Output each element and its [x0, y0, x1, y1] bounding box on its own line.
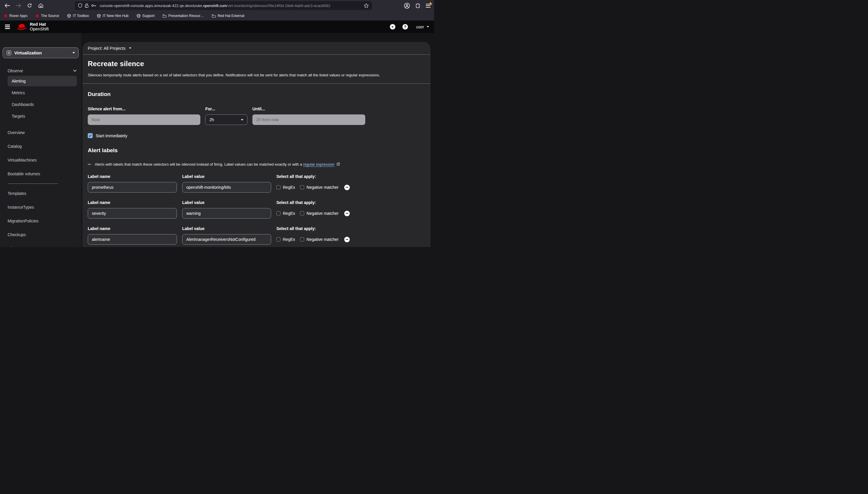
sidebar-item-label: MigrationPolicies	[7, 218, 39, 223]
label-value-input[interactable]: warning	[182, 208, 271, 218]
refresh-icon[interactable]	[26, 2, 33, 10]
until-value: 2h from now	[256, 117, 279, 122]
sidebar-item-alerting[interactable]: Alerting	[7, 76, 77, 86]
until-input[interactable]: 2h from now	[252, 114, 365, 125]
alert-labels-heading: Alert labels	[88, 147, 425, 154]
regex-label: RegEx	[283, 185, 295, 190]
bookmark-label: IT Toolbox	[73, 14, 89, 18]
negative-matcher-checkbox[interactable]	[300, 211, 304, 215]
masthead: Red Hat OpenShift + ? user	[0, 20, 434, 33]
bookmark-support[interactable]: Support	[137, 14, 155, 18]
back-icon[interactable]	[3, 2, 11, 10]
shield-icon[interactable]	[78, 3, 82, 8]
sidebar-item-targets[interactable]: Targets	[7, 111, 77, 121]
label-name-input[interactable]: prometheus	[88, 182, 177, 193]
negative-matcher-checkbox[interactable]	[300, 185, 304, 189]
url-bar[interactable]: console-openshift-console.apps.emurasak-…	[75, 1, 372, 10]
account-icon[interactable]	[404, 3, 410, 9]
for-selected-value: 2h	[210, 117, 214, 122]
label-name-value: severity	[92, 211, 106, 216]
label-name-input[interactable]: alertname	[88, 234, 177, 245]
matcher-row: Label name alertname Label value Alertma…	[88, 226, 425, 245]
sidebar-item-templates[interactable]: Templates	[0, 188, 81, 199]
sidebar-item-virtualmachines[interactable]: VirtualMachines	[0, 155, 81, 165]
sidebar-item-overview[interactable]: Overview	[0, 127, 81, 138]
bookmark-presentation-resources[interactable]: Presentation Resour…	[163, 14, 204, 18]
key-icon[interactable]	[91, 4, 96, 7]
label-value-label: Label value	[182, 174, 271, 179]
silence-from-input[interactable]: Now	[88, 114, 200, 125]
bookmark-label: Rover Apps	[9, 14, 27, 18]
alert-labels-info-text: Alerts with labels that match these sele…	[95, 162, 303, 167]
chevron-down-icon	[129, 48, 131, 49]
url-text: console-openshift-console.apps.emurasak-…	[100, 3, 364, 8]
menu-warning-badge-icon	[429, 2, 432, 5]
silence-form: Duration Silence alert from... Now For..…	[82, 84, 431, 245]
red-hat-fedora-icon	[16, 22, 28, 31]
bookmarks-bar: Rover Apps The Source IT Toolbox IT New …	[0, 11, 434, 20]
label-value-input[interactable]: openshift-monitoring/k8s	[182, 182, 271, 193]
project-selector[interactable]: Project: All Projects	[82, 42, 431, 55]
for-select[interactable]: 2h	[205, 114, 248, 125]
sidebar-item-label: Templates	[7, 191, 26, 196]
regex-label: RegEx	[283, 237, 295, 242]
bookmark-label: The Source	[41, 14, 59, 18]
sidebar-divider	[7, 184, 58, 184]
quick-create-plus-icon[interactable]: +	[390, 24, 395, 30]
globe-icon	[67, 14, 71, 18]
virtualization-cube-icon	[6, 50, 12, 55]
remove-matcher-button[interactable]	[344, 237, 350, 242]
sidebar-item-checkups[interactable]: Checkups	[0, 229, 81, 240]
bookmark-red-hat-external[interactable]: Red Hat External	[212, 14, 244, 18]
matcher-row: Label name prometheus Label value opensh…	[88, 174, 425, 193]
chevron-down-icon	[241, 119, 243, 120]
extensions-puzzle-icon[interactable]	[415, 3, 421, 8]
remove-matcher-button[interactable]	[344, 211, 350, 216]
external-link-icon	[336, 162, 340, 166]
bookmark-it-new-hire-hub[interactable]: IT New Hire Hub	[97, 14, 129, 18]
nav-toggle-icon[interactable]	[5, 24, 10, 29]
regex-checkbox[interactable]	[276, 238, 280, 242]
bookmark-label: Support	[142, 14, 155, 18]
sidebar-group-observe[interactable]: Observe	[0, 66, 81, 76]
bookmark-the-source[interactable]: The Source	[35, 14, 59, 18]
label-value-input[interactable]: AlertmanagerReceiversNotConfigured	[182, 234, 271, 245]
negative-matcher-label: Negative matcher	[307, 185, 339, 190]
sidebar-item-catalog[interactable]: Catalog	[0, 141, 81, 152]
bookmark-it-toolbox[interactable]: IT Toolbox	[67, 14, 89, 18]
regular-expression-link[interactable]: regular expression	[303, 162, 334, 167]
perspective-switcher[interactable]: Virtualization	[3, 48, 79, 58]
label-name-input[interactable]: severity	[88, 208, 177, 218]
bookmark-rover-apps[interactable]: Rover Apps	[4, 14, 27, 18]
label-value-label: Label value	[182, 200, 271, 205]
sidebar-item-bootable-volumes[interactable]: Bootable volumes	[0, 169, 81, 179]
globe-icon	[97, 14, 101, 18]
help-icon[interactable]: ?	[402, 24, 408, 30]
sidebar-item-dashboards[interactable]: Dashboards	[7, 99, 77, 110]
user-menu-label: user	[416, 24, 424, 29]
remove-matcher-button[interactable]	[344, 185, 350, 190]
browser-toolbar: console-openshift-console.apps.emurasak-…	[0, 0, 434, 11]
sidebar-item-instancetypes[interactable]: InstanceTypes	[0, 202, 81, 212]
sidebar-item-migrationpolicies[interactable]: MigrationPolicies	[0, 216, 81, 226]
start-immediately-checkbox[interactable]	[88, 133, 93, 138]
matcher-row: Label name severity Label value warning …	[88, 200, 425, 218]
label-name-label: Label name	[88, 226, 177, 231]
lock-icon[interactable]	[85, 3, 88, 8]
forward-icon[interactable]	[15, 2, 22, 10]
brand-logo[interactable]: Red Hat OpenShift	[16, 22, 49, 31]
browser-menu-icon[interactable]	[426, 4, 431, 7]
sidebar-item-label: Checkups	[7, 232, 26, 237]
sidebar-item-cluster[interactable]: Cluster	[0, 243, 81, 247]
sidebar-group-label: Observe	[7, 69, 23, 73]
negative-matcher-checkbox[interactable]	[300, 238, 304, 242]
regex-checkbox[interactable]	[276, 211, 280, 215]
regex-checkbox[interactable]	[276, 185, 280, 189]
chevron-right-icon	[74, 247, 76, 247]
label-value-value: warning	[186, 211, 201, 216]
page-description: Silences temporarily mute alerts based o…	[88, 73, 425, 77]
bookmark-star-icon[interactable]	[364, 3, 369, 8]
sidebar-item-metrics[interactable]: Metrics	[7, 88, 77, 98]
user-menu[interactable]: user	[416, 24, 429, 29]
home-icon[interactable]	[37, 2, 44, 10]
